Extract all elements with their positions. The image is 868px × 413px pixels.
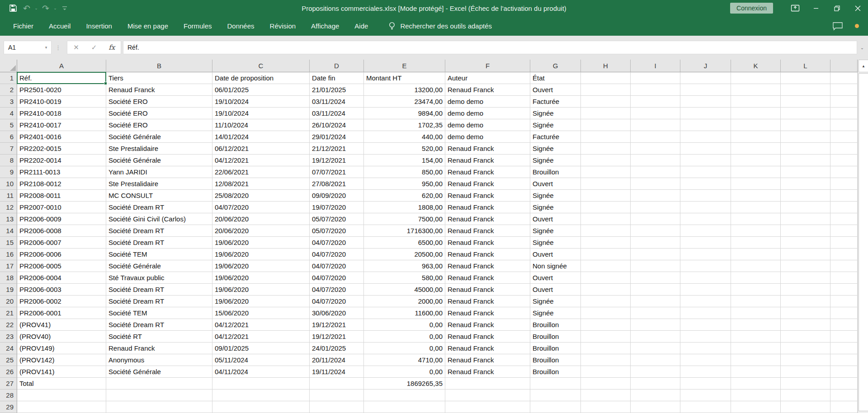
cell-G19[interactable]: Ouvert <box>530 284 581 296</box>
cell-G25[interactable]: Brouillon <box>530 354 581 366</box>
cell-B18[interactable]: Sté Travaux public <box>106 272 212 284</box>
column-header-D[interactable]: D <box>310 60 364 72</box>
cell-J24[interactable] <box>680 343 731 354</box>
cell-C20[interactable]: 19/06/2020 <box>212 296 310 307</box>
cell-I26[interactable] <box>631 366 680 378</box>
cell-B8[interactable]: Société Générale <box>106 155 212 166</box>
cell-B5[interactable]: Société ERO <box>106 119 212 131</box>
cell-B17[interactable]: Société Générale <box>106 260 212 272</box>
cell-I29[interactable] <box>631 401 680 413</box>
cell-M27[interactable] <box>830 378 858 390</box>
cell-L26[interactable] <box>781 366 830 378</box>
cell-L7[interactable] <box>781 143 830 155</box>
minimize-button[interactable] <box>806 0 826 16</box>
cell-A25[interactable]: (PROV142) <box>17 354 106 366</box>
scrollbar-thumb[interactable] <box>859 73 868 411</box>
cell-I4[interactable] <box>631 108 680 119</box>
close-button[interactable] <box>847 0 868 16</box>
cell-B14[interactable]: Société Dream RT <box>106 225 212 237</box>
cell-F27[interactable] <box>445 378 530 390</box>
cell-E18[interactable]: 580,00 <box>364 272 445 284</box>
cell-I14[interactable] <box>631 225 680 237</box>
row-header-9[interactable]: 9 <box>0 166 17 178</box>
cell-L15[interactable] <box>781 237 830 249</box>
row-header-2[interactable]: 2 <box>0 84 17 96</box>
row-header-28[interactable]: 28 <box>0 390 17 401</box>
cell-C1[interactable]: Date de proposition <box>212 72 310 84</box>
column-header-B[interactable]: B <box>106 60 212 72</box>
cell-A3[interactable]: PR2410-0019 <box>17 96 106 108</box>
tab-formules[interactable]: Formules <box>176 16 220 36</box>
cell-H11[interactable] <box>581 190 631 202</box>
column-header-G[interactable]: G <box>530 60 581 72</box>
cell-K2[interactable] <box>731 84 781 96</box>
cell-M17[interactable] <box>830 260 858 272</box>
cell-B2[interactable]: Renaud Franck <box>106 84 212 96</box>
cell-G23[interactable]: Brouillon <box>530 331 581 343</box>
cell-C25[interactable]: 05/11/2024 <box>212 354 310 366</box>
cell-A28[interactable] <box>17 390 106 401</box>
cell-F8[interactable]: Renaud Franck <box>445 155 530 166</box>
cell-J7[interactable] <box>680 143 731 155</box>
cell-D4[interactable]: 03/11/2024 <box>310 108 364 119</box>
cell-K9[interactable] <box>731 166 781 178</box>
row-header-23[interactable]: 23 <box>0 331 17 343</box>
cell-D10[interactable]: 27/08/2021 <box>310 178 364 190</box>
cell-F28[interactable] <box>445 390 530 401</box>
cell-B16[interactable]: Société TEM <box>106 249 212 260</box>
cell-B21[interactable]: Société TEM <box>106 307 212 319</box>
cell-C10[interactable]: 12/08/2021 <box>212 178 310 190</box>
cell-M8[interactable] <box>830 155 858 166</box>
cell-F4[interactable]: demo demo <box>445 108 530 119</box>
cell-I7[interactable] <box>631 143 680 155</box>
name-box-dropdown-icon[interactable]: ▾ <box>41 45 51 50</box>
cell-G6[interactable]: Facturée <box>530 131 581 143</box>
row-header-17[interactable]: 17 <box>0 260 17 272</box>
cell-H8[interactable] <box>581 155 631 166</box>
scroll-up-icon[interactable]: ▲ <box>859 60 868 72</box>
cell-D1[interactable]: Date fin <box>310 72 364 84</box>
cell-H25[interactable] <box>581 354 631 366</box>
cell-L9[interactable] <box>781 166 830 178</box>
cell-H5[interactable] <box>581 119 631 131</box>
cell-B12[interactable]: Société Dream RT <box>106 202 212 213</box>
cell-I24[interactable] <box>631 343 680 354</box>
row-header-27[interactable]: 27 <box>0 378 17 390</box>
cell-K21[interactable] <box>731 307 781 319</box>
cell-L24[interactable] <box>781 343 830 354</box>
cell-B4[interactable]: Société ERO <box>106 108 212 119</box>
cell-M23[interactable] <box>830 331 858 343</box>
cell-H21[interactable] <box>581 307 631 319</box>
cell-L12[interactable] <box>781 202 830 213</box>
cell-G26[interactable]: Brouillon <box>530 366 581 378</box>
cell-J1[interactable] <box>680 72 731 84</box>
cell-E26[interactable]: 0,00 <box>364 366 445 378</box>
cell-C24[interactable]: 09/01/2025 <box>212 343 310 354</box>
cell-L18[interactable] <box>781 272 830 284</box>
cell-J4[interactable] <box>680 108 731 119</box>
cell-G24[interactable]: Brouillon <box>530 343 581 354</box>
cell-D12[interactable]: 19/07/2020 <box>310 202 364 213</box>
comments-icon[interactable] <box>832 22 843 31</box>
cell-B10[interactable]: Ste Prestalidaire <box>106 178 212 190</box>
cell-K20[interactable] <box>731 296 781 307</box>
connexion-button[interactable]: Connexion <box>730 3 773 14</box>
cell-F9[interactable]: Renaud Franck <box>445 166 530 178</box>
cell-I21[interactable] <box>631 307 680 319</box>
cell-A23[interactable]: (PROV40) <box>17 331 106 343</box>
cell-E4[interactable]: 9894,00 <box>364 108 445 119</box>
row-header-16[interactable]: 16 <box>0 249 17 260</box>
cell-J15[interactable] <box>680 237 731 249</box>
cell-K4[interactable] <box>731 108 781 119</box>
cell-B23[interactable]: Société RT <box>106 331 212 343</box>
undo-icon[interactable]: ↶ <box>20 1 33 15</box>
cell-M29[interactable] <box>830 401 858 413</box>
cell-F3[interactable]: demo demo <box>445 96 530 108</box>
cell-E16[interactable]: 20500,00 <box>364 249 445 260</box>
cell-B27[interactable] <box>106 378 212 390</box>
cell-L13[interactable] <box>781 213 830 225</box>
column-header-L[interactable]: L <box>781 60 830 72</box>
cell-G4[interactable]: Signée <box>530 108 581 119</box>
row-header-20[interactable]: 20 <box>0 296 17 307</box>
cell-K27[interactable] <box>731 378 781 390</box>
